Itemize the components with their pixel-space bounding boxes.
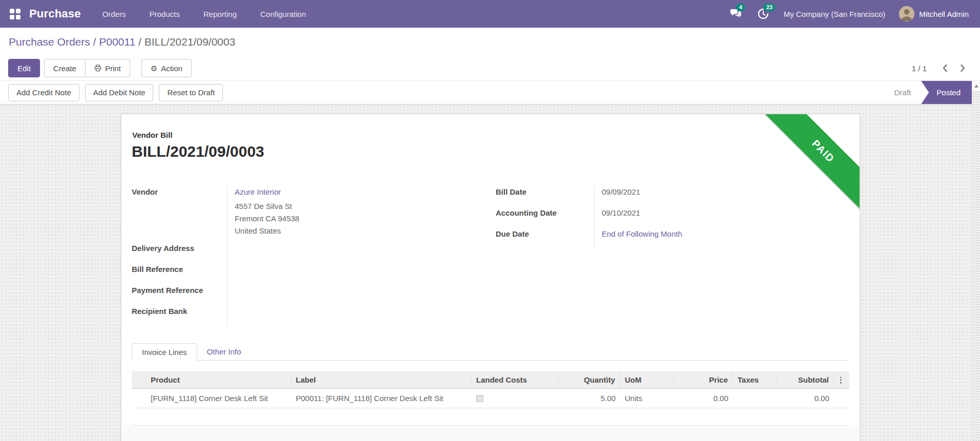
vendor-bill-sheet: PAID Vendor Bill BILL/2021/09/0003 Vendo…	[121, 114, 860, 441]
printer-icon	[94, 65, 101, 72]
field-group-right: Bill Date 09/09/2021 Accounting Date 09/…	[496, 186, 849, 326]
vendor-address-country: United States	[235, 225, 467, 237]
pager-counter: 1 / 1	[912, 64, 927, 73]
row-uom[interactable]: Units	[620, 389, 674, 408]
payment-reference-value[interactable]	[227, 284, 467, 305]
optional-columns-toggle-icon[interactable]: ⋮	[834, 371, 849, 388]
column-header-product[interactable]: Product	[146, 371, 291, 388]
apps-grid-icon[interactable]	[10, 9, 21, 19]
row-price[interactable]: 0.00	[674, 389, 733, 408]
field-bill-reference: Bill Reference	[132, 263, 467, 284]
field-accounting-date: Accounting Date 09/10/2021	[496, 207, 849, 228]
statusbar: Add Credit Note Add Debit Note Reset to …	[0, 81, 972, 104]
invoice-lines-table: Product Label Landed Costs Quantity UoM …	[132, 371, 849, 408]
recipient-bank-label: Recipient Bank	[132, 305, 227, 326]
statusbar-buttons: Add Credit Note Add Debit Note Reset to …	[8, 84, 223, 101]
row-handle	[132, 389, 146, 408]
column-header-quantity[interactable]: Quantity	[559, 371, 620, 388]
create-button[interactable]: Create	[44, 59, 86, 77]
vendor-address-street: 4557 De Silva St	[235, 200, 467, 213]
top-navbar: Purchase Orders Products Reporting Confi…	[0, 0, 980, 28]
messages-count-badge: 4	[736, 4, 745, 11]
company-switcher[interactable]: My Company (San Francisco)	[784, 10, 885, 18]
scrollbar-thumb[interactable]	[972, 91, 980, 441]
due-date-value[interactable]: End of Following Month	[602, 229, 682, 238]
due-date-label: Due Date	[496, 228, 594, 249]
landed-costs-checkbox[interactable]	[476, 395, 483, 402]
field-delivery-address: Delivery Address	[132, 242, 467, 263]
column-header-label[interactable]: Label	[291, 371, 472, 388]
accounting-date-value[interactable]: 09/10/2021	[594, 207, 849, 228]
nav-menu-orders[interactable]: Orders	[103, 10, 126, 18]
field-payment-reference: Payment Reference	[132, 284, 467, 305]
nav-menu-products[interactable]: Products	[150, 10, 180, 18]
bill-date-label: Bill Date	[496, 186, 594, 207]
tab-invoice-lines[interactable]: Invoice Lines	[132, 343, 197, 361]
gear-icon: ⚙	[151, 65, 157, 72]
pager: 1 / 1	[912, 59, 966, 77]
breadcrumb-purchase-orders[interactable]: Purchase Orders	[9, 36, 90, 48]
activities-count-badge: 23	[763, 4, 775, 11]
row-taxes[interactable]	[733, 389, 777, 408]
table-header-row: Product Label Landed Costs Quantity UoM …	[132, 371, 849, 389]
nav-right: 4 23 My Company (San Francisco) Mitchell…	[729, 6, 969, 22]
column-header-subtotal[interactable]: Subtotal	[777, 371, 834, 388]
edit-button[interactable]: Edit	[8, 59, 40, 77]
nav-menu-configuration[interactable]: Configuration	[260, 10, 306, 18]
statusbar-states: Draft Posted	[894, 81, 972, 104]
row-product[interactable]: [FURN_1118] Corner Desk Left Sit	[146, 389, 291, 408]
recipient-bank-value[interactable]	[227, 305, 467, 326]
state-draft[interactable]: Draft	[894, 88, 911, 97]
bill-reference-label: Bill Reference	[132, 263, 227, 284]
column-header-price[interactable]: Price	[674, 371, 733, 388]
delivery-address-value[interactable]	[227, 242, 467, 263]
sheet-lower-area	[122, 426, 859, 441]
breadcrumb-separator-2: /	[135, 36, 145, 48]
messages-button[interactable]: 4	[729, 7, 743, 20]
delivery-address-label: Delivery Address	[132, 242, 227, 263]
vendor-link[interactable]: Azure Interior	[235, 187, 467, 196]
column-header-taxes[interactable]: Taxes	[733, 371, 777, 388]
document-type-label: Vendor Bill	[132, 131, 172, 139]
field-group-left: Vendor Azure Interior 4557 De Silva St F…	[132, 186, 467, 326]
field-vendor: Vendor Azure Interior 4557 De Silva St F…	[132, 186, 467, 242]
field-recipient-bank: Recipient Bank	[132, 305, 467, 326]
table-row[interactable]: [FURN_1118] Corner Desk Left Sit P00011:…	[132, 389, 849, 408]
field-groups: Vendor Azure Interior 4557 De Silva St F…	[132, 186, 849, 326]
vendor-address-city: Fremont CA 94538	[235, 213, 467, 225]
form-view-background: PAID Vendor Bill BILL/2021/09/0003 Vendo…	[0, 104, 972, 441]
notebook-tabs: Invoice Lines Other Info	[132, 343, 849, 361]
user-menu[interactable]: Mitchell Admin	[899, 6, 969, 22]
action-button[interactable]: ⚙ Action	[141, 59, 192, 77]
row-label[interactable]: P00011: [FURN_1118] Corner Desk Left Sit	[291, 389, 472, 408]
nav-menu: Orders Products Reporting Configuration	[103, 10, 306, 18]
column-header-landed-costs[interactable]: Landed Costs	[472, 371, 559, 388]
accounting-date-label: Accounting Date	[496, 207, 594, 228]
pager-previous-icon[interactable]	[942, 64, 948, 72]
pager-next-icon[interactable]	[960, 64, 966, 72]
scrollbar-up-arrow[interactable]	[972, 81, 980, 91]
user-name: Mitchell Admin	[919, 10, 969, 18]
row-options-spacer	[834, 389, 849, 408]
add-credit-note-button[interactable]: Add Credit Note	[8, 84, 79, 101]
column-header-uom[interactable]: UoM	[620, 371, 674, 388]
vertical-scrollbar[interactable]	[972, 81, 980, 441]
activities-button[interactable]: 23	[757, 7, 770, 20]
row-quantity[interactable]: 5.00	[559, 389, 620, 408]
breadcrumb: Purchase Orders / P00011 / BILL/2021/09/…	[9, 36, 235, 48]
control-panel-buttons: Edit Create Print ⚙ Action	[8, 59, 192, 77]
add-debit-note-button[interactable]: Add Debit Note	[85, 84, 154, 101]
state-posted: Posted	[921, 81, 972, 104]
bill-reference-value[interactable]	[227, 263, 467, 284]
row-subtotal[interactable]: 0.00	[777, 389, 834, 408]
print-button[interactable]: Print	[86, 59, 130, 77]
breadcrumb-current: BILL/2021/09/0003	[145, 36, 236, 48]
app-title: Purchase	[29, 7, 81, 20]
create-print-group: Create Print	[44, 59, 130, 77]
tab-other-info[interactable]: Other Info	[197, 343, 251, 360]
nav-menu-reporting[interactable]: Reporting	[203, 10, 237, 18]
breadcrumb-p00011[interactable]: P00011	[99, 36, 135, 48]
bill-date-value[interactable]: 09/09/2021	[594, 186, 849, 207]
breadcrumb-separator-1: /	[90, 36, 99, 48]
reset-to-draft-button[interactable]: Reset to Draft	[159, 84, 223, 101]
